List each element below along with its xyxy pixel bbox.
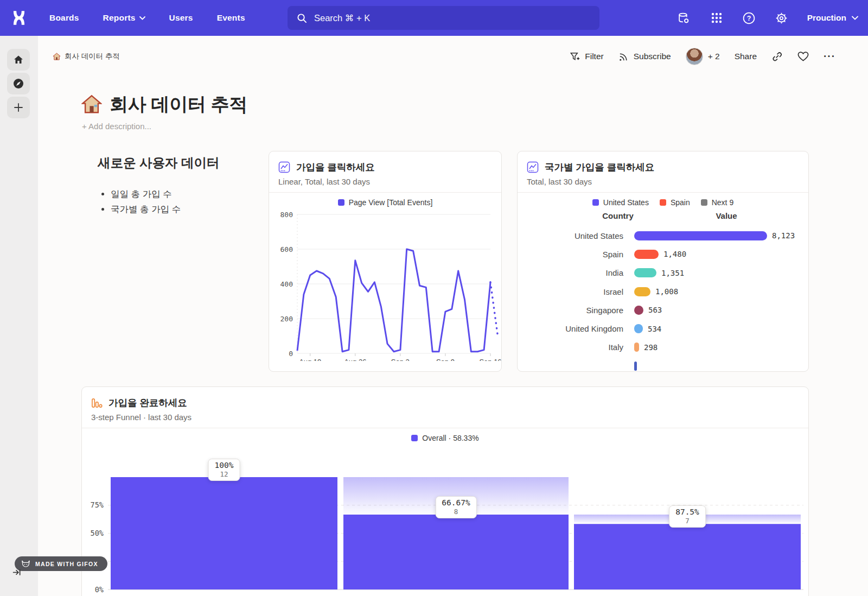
home-icon xyxy=(13,54,24,65)
data-management-icon[interactable] xyxy=(677,11,691,25)
page-title: 회사 데이터 추적 xyxy=(81,92,247,117)
text-card-bullets: 일일 총 가입 수 국가별 총 가입 수 xyxy=(101,187,260,217)
line-chart[interactable]: 0200400600800Aug 19Aug 26Sep 2Sep 9Sep 1… xyxy=(269,208,501,361)
column-header-country: Country xyxy=(580,211,656,220)
table-row[interactable]: Singapore563 xyxy=(518,301,808,319)
top-navbar: Boards Reports Users Events Search ⌘ + K xyxy=(0,0,868,36)
nav-label: Events xyxy=(217,13,245,23)
card-funnel[interactable]: 가입을 완료하세요 3-step Funnel · last 30 days O… xyxy=(81,386,809,596)
legend-label: Next 9 xyxy=(712,198,733,207)
conversion-count: 7 xyxy=(675,517,699,525)
favorite-button[interactable] xyxy=(797,51,809,62)
value-label: 1,351 xyxy=(661,269,684,277)
card-subtitle: Linear, Total, last 30 days xyxy=(269,174,501,192)
card-header: 가입을 완료하세요 xyxy=(82,387,808,409)
project-switcher[interactable]: Prouction xyxy=(807,13,858,23)
value-bar[interactable] xyxy=(634,324,643,333)
legend-item[interactable]: Next 9 xyxy=(701,198,733,207)
search-icon xyxy=(297,13,307,23)
project-name: Prouction xyxy=(807,13,846,23)
conversion-percent: 87.5% xyxy=(675,508,699,516)
conversion-count: 8 xyxy=(442,508,470,516)
copy-link-button[interactable] xyxy=(771,51,783,62)
subscribe-button[interactable]: Subscribe xyxy=(618,52,671,62)
share-button[interactable]: Share xyxy=(735,52,757,61)
bullet-item: 국가별 총 가입 수 xyxy=(111,202,260,217)
table-row[interactable]: Italy298 xyxy=(518,338,808,357)
mixpanel-logo-icon[interactable] xyxy=(8,7,30,29)
nav-item-users[interactable]: Users xyxy=(169,13,193,23)
country-label: Spain xyxy=(518,250,634,259)
table-row[interactable]: India1,351 xyxy=(518,264,808,282)
svg-text:?: ? xyxy=(747,15,751,22)
collaborators[interactable]: + 2 xyxy=(686,48,720,65)
table-row[interactable]: Spain1,480 xyxy=(518,245,808,263)
value-bar[interactable] xyxy=(634,306,643,315)
value-label: 8,123 xyxy=(772,231,795,240)
filter-button[interactable]: Filter xyxy=(570,52,603,62)
gifox-badge[interactable]: MADE WITH GIFOX xyxy=(15,556,107,571)
nav-item-boards[interactable]: Boards xyxy=(49,13,79,23)
chevron-down-icon xyxy=(139,16,145,20)
funnel-step-bar[interactable] xyxy=(111,477,337,589)
search-input[interactable]: Search ⌘ + K xyxy=(288,6,599,30)
sidebar-discover-button[interactable] xyxy=(7,73,30,94)
table-row[interactable]: United Kingdom534 xyxy=(518,319,808,338)
add-description-button[interactable]: + Add description... xyxy=(82,122,151,131)
board-actions: Filter Subscribe + 2 Share ··· xyxy=(570,48,835,65)
legend-label: Page View [Total Events] xyxy=(349,198,433,207)
avatar[interactable] xyxy=(686,48,703,65)
value-bar[interactable] xyxy=(634,250,659,259)
line-series-path[interactable] xyxy=(297,249,490,352)
nav-item-events[interactable]: Events xyxy=(217,13,245,23)
filter-label: Filter xyxy=(585,52,603,61)
funnel-step-callout: 87.5%7 xyxy=(669,505,706,528)
table-row[interactable]: United States8,123 xyxy=(518,226,808,245)
more-label: ··· xyxy=(824,50,835,62)
table-headers: Country Value xyxy=(518,209,808,225)
card-bar-by-country[interactable]: 국가별 가입을 클릭하세요 Total, last 30 days United… xyxy=(517,151,809,372)
funnel-step-bar[interactable] xyxy=(574,524,801,589)
value-bar[interactable] xyxy=(634,268,656,277)
legend-item[interactable]: United States xyxy=(592,198,649,207)
nav-label: Reports xyxy=(103,13,136,23)
breadcrumb[interactable]: 회사 데이터 추적 xyxy=(53,52,120,61)
x-tick-label: Aug 19 xyxy=(299,358,321,361)
funnel-step-bar[interactable] xyxy=(343,515,569,589)
conversion-count: 12 xyxy=(215,470,234,478)
more-options-button[interactable]: ··· xyxy=(824,50,835,62)
country-label: Singapore xyxy=(518,306,634,315)
legend-item[interactable]: Spain xyxy=(660,198,690,207)
value-bar[interactable] xyxy=(634,343,639,352)
country-label: United States xyxy=(518,231,634,240)
legend-item[interactable]: Page View [Total Events] xyxy=(338,198,433,207)
nav-item-reports[interactable]: Reports xyxy=(103,13,145,23)
legend: United StatesSpainNext 9 xyxy=(518,198,808,207)
funnel-step-callout: 100%12 xyxy=(208,459,240,481)
apps-grid-icon[interactable] xyxy=(710,11,724,25)
x-tick-label: Sep 2 xyxy=(391,358,410,361)
collapse-sidebar-icon[interactable] xyxy=(12,568,21,579)
card-line-chart[interactable]: 가입을 클릭하세요 Linear, Total, last 30 days Pa… xyxy=(269,151,502,372)
table-row-partial xyxy=(518,357,808,372)
legend-swatch xyxy=(660,199,666,206)
funnel-report-icon xyxy=(91,397,103,409)
settings-gear-icon[interactable] xyxy=(775,11,789,25)
left-sidebar xyxy=(0,36,38,596)
sidebar-home-button[interactable] xyxy=(7,49,30,71)
value-bar[interactable] xyxy=(634,287,650,296)
legend-item[interactable]: Overall · 58.33% xyxy=(411,434,478,442)
table-row[interactable]: Israel1,008 xyxy=(518,282,808,301)
page-title-text: 회사 데이터 추적 xyxy=(110,92,247,117)
sidebar-add-button[interactable] xyxy=(7,97,30,118)
y-tick-label: 400 xyxy=(280,280,293,288)
country-label: United Kingdom xyxy=(518,324,634,333)
card-header: 국가별 가입을 클릭하세요 xyxy=(518,151,808,174)
country-label: Italy xyxy=(518,343,634,352)
value-label: 298 xyxy=(644,343,658,352)
help-icon[interactable]: ? xyxy=(742,11,756,25)
value-bar[interactable] xyxy=(634,231,767,240)
y-tick-label: 200 xyxy=(280,315,293,323)
legend: Page View [Total Events] xyxy=(269,198,501,207)
legend-swatch xyxy=(701,199,707,206)
